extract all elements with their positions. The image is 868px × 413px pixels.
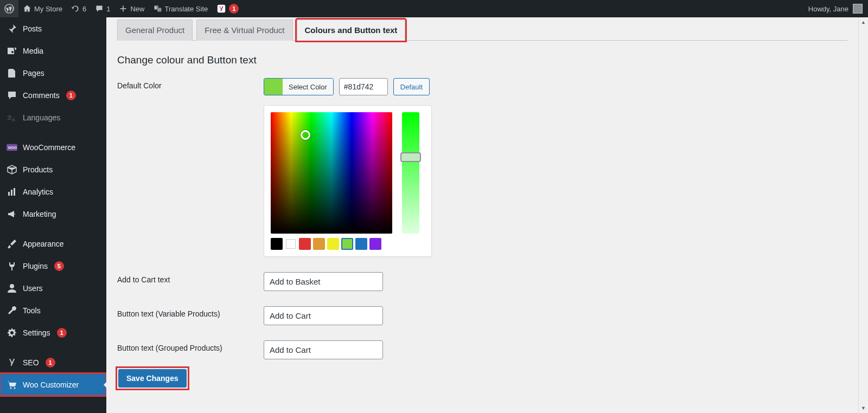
- add-to-cart-input[interactable]: [264, 272, 383, 291]
- svg-rect-13: [14, 188, 15, 196]
- palette-swatch[interactable]: [327, 238, 339, 250]
- palette-swatch[interactable]: [355, 238, 367, 250]
- translate-icon: 文: [154, 4, 162, 13]
- cog-icon: [7, 327, 17, 338]
- spectrum-area[interactable]: [271, 112, 392, 234]
- svg-point-5: [11, 51, 14, 53]
- sidebar-item-label: WooCommerce: [23, 143, 75, 152]
- svg-rect-6: [8, 69, 14, 78]
- sidebar-item-products[interactable]: Products: [0, 158, 106, 180]
- default-color-label: Default Color: [117, 78, 264, 257]
- hue-slider[interactable]: [402, 112, 419, 234]
- comment-icon: [7, 90, 17, 101]
- plug-icon: [7, 261, 17, 272]
- comments-count: 1: [106, 5, 110, 13]
- main-content: General ProductFree & Virtual ProductCol…: [106, 17, 858, 413]
- sidebar-item-settings[interactable]: Settings1: [0, 321, 106, 344]
- default-color-button[interactable]: Default: [393, 78, 430, 95]
- updates-count: 6: [82, 5, 86, 13]
- wordpress-icon: [4, 4, 14, 14]
- sidebar-item-label: Pages: [23, 69, 44, 78]
- select-color-label: Select Color: [283, 79, 333, 95]
- sidebar-item-label: Woo Customizer: [23, 380, 79, 389]
- sidebar-item-tools[interactable]: Tools: [0, 299, 106, 321]
- grouped-text-input[interactable]: [264, 340, 383, 359]
- horn-icon: [7, 209, 17, 220]
- translate-link[interactable]: 文 Translate Site: [149, 0, 213, 17]
- sidebar-item-label: Posts: [23, 24, 42, 33]
- site-name: My Store: [34, 5, 62, 13]
- updates-link[interactable]: 6: [67, 0, 91, 17]
- palette-swatch[interactable]: [313, 238, 325, 250]
- select-color-button[interactable]: Select Color: [264, 78, 334, 95]
- sidebar-item-woocommerce[interactable]: wooWooCommerce: [0, 136, 106, 158]
- new-content-link[interactable]: New: [114, 0, 149, 17]
- svg-text:A: A: [12, 117, 15, 122]
- palette-swatch[interactable]: [285, 238, 297, 250]
- sidebar-item-label: Tools: [23, 306, 41, 315]
- sidebar-item-label: SEO: [23, 358, 39, 367]
- save-changes-button[interactable]: Save Changes: [118, 369, 187, 388]
- sidebar-item-label: Marketing: [23, 210, 56, 218]
- sidebar-badge: 5: [54, 261, 64, 271]
- admin-bar: My Store 6 1 New 文 Translate Site: [0, 0, 868, 17]
- add-to-cart-label: Add to Cart text: [117, 272, 264, 291]
- box-icon: [7, 164, 17, 175]
- tab-general[interactable]: General Product: [117, 20, 193, 41]
- cart-icon: [7, 379, 17, 390]
- admin-sidebar: PostsMediaPagesComments1文ALanguageswooWo…: [0, 17, 106, 413]
- color-picker: [264, 105, 432, 257]
- greeting-text[interactable]: Howdy, Jane: [808, 5, 848, 13]
- sidebar-item-languages[interactable]: 文ALanguages: [0, 106, 106, 128]
- vertical-scrollbar[interactable]: ▲ ▼: [858, 17, 868, 413]
- media-icon: [7, 46, 17, 56]
- sidebar-item-appearance[interactable]: Appearance: [0, 233, 106, 255]
- grouped-text-label: Button text (Grouped Products): [117, 340, 264, 359]
- sidebar-item-woo-custom[interactable]: Woo Customizer: [0, 373, 106, 396]
- spectrum-cursor[interactable]: [301, 130, 310, 140]
- palette-row: [271, 238, 425, 250]
- avatar-icon[interactable]: [853, 4, 863, 14]
- sidebar-item-comments[interactable]: Comments1: [0, 84, 106, 106]
- sidebar-item-media[interactable]: Media: [0, 40, 106, 62]
- sidebar-item-seo[interactable]: SEO1: [0, 351, 106, 373]
- scroll-up-icon[interactable]: ▲: [859, 17, 868, 27]
- home-icon: [23, 4, 31, 13]
- save-highlight: Save Changes: [117, 368, 188, 389]
- hex-input[interactable]: [339, 78, 388, 95]
- sidebar-item-label: Users: [23, 284, 43, 293]
- sidebar-item-label: Analytics: [23, 188, 53, 196]
- sidebar-item-pages[interactable]: Pages: [0, 62, 106, 84]
- palette-swatch[interactable]: [369, 238, 381, 250]
- svg-point-14: [10, 284, 14, 288]
- tab-colours[interactable]: Colours and Button text: [297, 20, 406, 41]
- sidebar-item-posts[interactable]: Posts: [0, 17, 106, 40]
- svg-rect-11: [8, 192, 10, 196]
- translate-label: Translate Site: [165, 5, 208, 13]
- scroll-down-icon[interactable]: ▼: [859, 403, 868, 413]
- wrench-icon: [7, 305, 17, 316]
- lang-icon: 文A: [7, 112, 17, 123]
- sidebar-item-label: Plugins: [23, 262, 48, 270]
- sidebar-item-analytics[interactable]: Analytics: [0, 180, 106, 203]
- sidebar-item-label: Appearance: [23, 240, 64, 248]
- palette-swatch[interactable]: [271, 238, 283, 250]
- user-icon: [7, 283, 17, 294]
- hue-thumb[interactable]: [400, 152, 421, 162]
- variable-text-input[interactable]: [264, 306, 383, 325]
- color-swatch: [264, 79, 283, 95]
- yoast-adminbar[interactable]: 1: [212, 0, 243, 17]
- sidebar-item-users[interactable]: Users: [0, 277, 106, 299]
- wp-logo[interactable]: [0, 0, 18, 17]
- sidebar-item-marketing[interactable]: Marketing: [0, 203, 106, 225]
- palette-swatch[interactable]: [299, 238, 311, 250]
- site-name-link[interactable]: My Store: [18, 0, 67, 17]
- variable-text-label: Button text (Variable Products): [117, 306, 264, 325]
- palette-swatch[interactable]: [341, 238, 353, 250]
- plus-icon: [119, 4, 127, 13]
- tab-virtual[interactable]: Free & Virtual Product: [196, 20, 292, 41]
- sidebar-item-plugins[interactable]: Plugins5: [0, 255, 106, 277]
- svg-point-15: [10, 387, 12, 389]
- comments-link[interactable]: 1: [91, 0, 114, 17]
- sidebar-item-label: Languages: [23, 113, 60, 122]
